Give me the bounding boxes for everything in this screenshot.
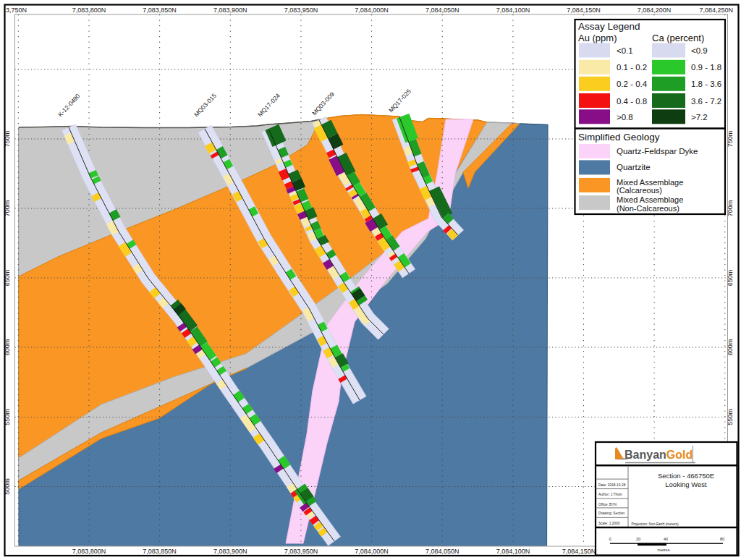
svg-text:0.1 - 0.2: 0.1 - 0.2	[617, 63, 647, 72]
svg-text:7,084,250N: 7,084,250N	[699, 7, 733, 14]
svg-text:7,084,000N: 7,084,000N	[355, 548, 389, 555]
svg-text:550m: 550m	[727, 409, 734, 425]
svg-text:Author: J.Thom: Author: J.Thom	[598, 493, 622, 496]
svg-text:Quartzite: Quartzite	[617, 163, 651, 171]
svg-text:600m: 600m	[727, 339, 734, 356]
svg-text:80: 80	[720, 537, 724, 541]
svg-text:<0.1: <0.1	[617, 46, 633, 55]
svg-text:7,084,150N: 7,084,150N	[562, 548, 596, 555]
svg-text:metres: metres	[658, 548, 670, 552]
svg-text:7,083,900N: 7,083,900N	[213, 548, 247, 555]
svg-text:7,084,150N: 7,084,150N	[567, 7, 601, 14]
svg-text:Projection: Non-Earth (meters): Projection: Non-Earth (meters)	[632, 522, 679, 526]
svg-text:7,084,050N: 7,084,050N	[425, 7, 460, 14]
svg-text:(Non-Calcareous): (Non-Calcareous)	[617, 204, 679, 213]
svg-text:700m: 700m	[727, 200, 734, 217]
svg-text:40: 40	[664, 537, 668, 541]
svg-text:1.8 - 3.6: 1.8 - 3.6	[691, 80, 721, 88]
svg-text:7,083,800N: 7,083,800N	[72, 7, 106, 14]
svg-text:7,083,800N: 7,083,800N	[72, 548, 106, 555]
svg-text:Drawing: Section: Drawing: Section	[598, 512, 625, 515]
svg-text:7,084,200N: 7,084,200N	[638, 7, 672, 14]
svg-text:Ca (percent): Ca (percent)	[652, 33, 704, 43]
svg-text:0.9 - 1.8: 0.9 - 1.8	[691, 63, 721, 72]
svg-text:750m: 750m	[727, 131, 734, 148]
svg-text:7,084,050N: 7,084,050N	[425, 548, 460, 555]
svg-text:Assay Legend: Assay Legend	[578, 21, 640, 32]
svg-text:0: 0	[609, 537, 611, 541]
svg-text:7,084,100N: 7,084,100N	[496, 7, 530, 14]
svg-text:Looking West: Looking West	[665, 480, 707, 488]
svg-text:7,083,900N: 7,083,900N	[213, 7, 247, 14]
svg-text:0.2 - 0.4: 0.2 - 0.4	[617, 80, 648, 88]
svg-text:<0.9: <0.9	[691, 46, 708, 55]
svg-text:(Calcareous): (Calcareous)	[617, 186, 662, 195]
svg-text:650m: 650m	[727, 270, 734, 287]
svg-text:7,083,950N: 7,083,950N	[284, 548, 318, 555]
svg-text:Office: BYN: Office: BYN	[598, 503, 617, 506]
svg-text:3.6 - 7.2: 3.6 - 7.2	[691, 97, 721, 106]
svg-text:7,084,000N: 7,084,000N	[355, 7, 389, 14]
svg-text:20: 20	[636, 537, 640, 541]
svg-text:3,750N: 3,750N	[6, 7, 27, 14]
svg-text:7,083,850N: 7,083,850N	[143, 548, 177, 555]
svg-text:Date: 2018-10-28: Date: 2018-10-28	[598, 483, 626, 487]
svg-text:7,083,950N: 7,083,950N	[284, 7, 318, 14]
svg-text:>7.2: >7.2	[691, 113, 708, 122]
svg-text:Au (ppm): Au (ppm)	[578, 33, 617, 43]
svg-text:Section - 466750E: Section - 466750E	[658, 472, 714, 480]
svg-text:Quartz-Feldspar Dyke: Quartz-Feldspar Dyke	[617, 147, 698, 156]
svg-text:BanyanGold: BanyanGold	[624, 449, 693, 461]
svg-text:7,083,850N: 7,083,850N	[143, 7, 177, 14]
svg-text:0.4 - 0.8: 0.4 - 0.8	[617, 97, 647, 106]
svg-text:Scale: 1:2000: Scale: 1:2000	[598, 522, 620, 525]
svg-text:Mixed Assemblage: Mixed Assemblage	[617, 195, 683, 204]
svg-text:Mixed Assemblage: Mixed Assemblage	[617, 178, 683, 187]
svg-text:Simplified Geology: Simplified Geology	[578, 132, 660, 143]
svg-text:7,084,100N: 7,084,100N	[496, 548, 530, 555]
svg-text:>0.8: >0.8	[617, 113, 633, 122]
